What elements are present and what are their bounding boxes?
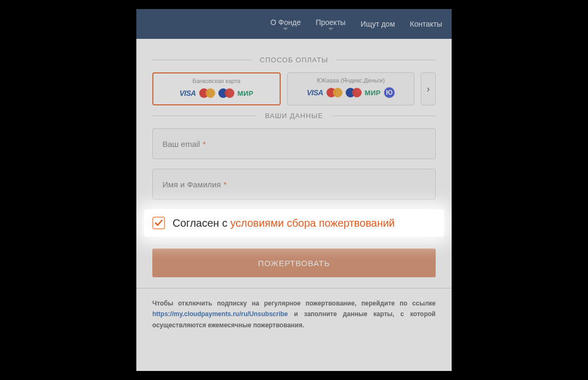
maestro-logo-icon [346,88,362,97]
nav-contacts-label: Контакты [410,20,442,28]
unsubscribe-text: Чтобы отключить подписку на регулярное п… [152,298,436,331]
mastercard-logo-icon [326,88,342,97]
payment-option-yookassa[interactable]: ЮKassa (Яндекс.Деньги) VISA МИР Ю [287,72,414,105]
check-icon [154,219,163,227]
email-field[interactable]: Ваш email * [152,128,436,159]
divider [152,115,256,116]
visa-logo-icon: VISA [179,89,196,97]
your-data-header: ВАШИ ДАННЫЕ [152,112,436,120]
visa-logo-icon: VISA [307,88,323,97]
chevron-right-icon: › [427,84,430,95]
divider [337,60,436,60]
donation-form-window: О Фонде Проекты Ищут дом Контакты СПОСОБ… [136,9,452,371]
required-indicator: * [224,180,227,189]
payment-option-card-title: Банковская карта [160,78,273,84]
payment-option-card[interactable]: Банковская карта VISA МИР [152,72,281,105]
nav-about-label: О Фонде [271,18,301,27]
yookassa-logo-icon: Ю [384,87,395,98]
payment-methods-row: Банковская карта VISA МИР ЮKassa (Яндекс… [152,72,436,105]
email-label: Ваш email [162,139,200,148]
consent-prefix: Согласен с [173,217,231,229]
consent-row: Согласен с условиями сбора пожертвований [144,209,444,237]
top-navbar: О Фонде Проекты Ищут дом Контакты [136,9,452,39]
name-label: Имя и Фамилия [162,180,221,189]
nav-projects[interactable]: Проекты [316,18,346,30]
unsubscribe-link[interactable]: https://my.cloudpayments.ru/ru/Unsubscri… [152,310,288,318]
consent-text: Согласен с условиями сбора пожертвований [173,217,395,229]
mir-logo-icon: МИР [365,89,381,97]
nav-looking-home[interactable]: Ищут дом [361,20,395,28]
mir-logo-icon: МИР [238,89,254,97]
divider [332,115,436,116]
consent-terms-link[interactable]: условиями сбора пожертвований [231,217,395,229]
mastercard-logo-icon [199,88,215,98]
donate-button[interactable]: ПОЖЕРТВОВАТЬ [152,249,436,277]
name-field[interactable]: Имя и Фамилия * [152,169,436,200]
payment-logos: VISA МИР [160,87,273,99]
divider [152,60,251,60]
nav-looking-home-label: Ищут дом [361,20,395,28]
required-indicator: * [202,139,206,148]
chevron-down-icon [283,28,288,30]
maestro-logo-icon [218,88,234,98]
payment-logos: VISA МИР Ю [294,87,407,98]
nav-about[interactable]: О Фонде [271,18,301,30]
payment-option-yookassa-title: ЮKassa (Яндекс.Деньги) [294,77,407,84]
your-data-title: ВАШИ ДАННЫЕ [256,112,331,120]
unsubscribe-part1: Чтобы отключить подписку на регулярное п… [152,300,436,307]
unsubscribe-section: Чтобы отключить подписку на регулярное п… [136,288,452,341]
payment-method-header: СПОСОБ ОПЛАТЫ [152,56,436,64]
nav-projects-label: Проекты [316,18,346,27]
nav-contacts[interactable]: Контакты [410,20,442,28]
consent-checkbox[interactable] [152,217,165,229]
content-area: СПОСОБ ОПЛАТЫ Банковская карта VISA МИР … [136,39,452,341]
chevron-down-icon [328,28,333,30]
next-payment-method-button[interactable]: › [421,72,436,105]
payment-method-title: СПОСОБ ОПЛАТЫ [251,56,337,64]
